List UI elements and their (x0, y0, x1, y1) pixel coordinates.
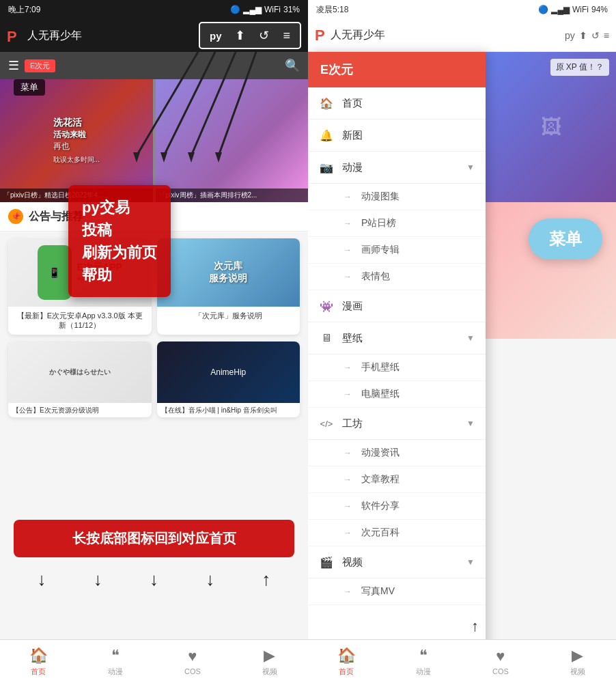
right-refresh-btn[interactable]: ↺ (591, 30, 600, 41)
service-card-label: 「次元库」服务说明 (157, 307, 300, 324)
left-battery: 31% (283, 5, 300, 14)
app-card-label: 【最新】E次元安卓App v3.3.0版 本更新（11/12） (8, 307, 152, 335)
drawer-sub-pixiv-daily-label: P站日榜 (361, 217, 396, 229)
left-bluetooth-icon: 🔵 (230, 5, 240, 14)
drawer-sub-photomv-label: 写真MV (361, 585, 395, 598)
drawer-sub-arrow-1: → (342, 191, 353, 202)
drawer-wallpaper-icon: 🖥 (319, 331, 334, 346)
drawer-sub-anime-collection[interactable]: → 动漫图集 (308, 184, 486, 210)
right-home-label: 首页 (339, 667, 354, 677)
drawer-item-anime[interactable]: 📷 动漫 ▼ (308, 152, 486, 184)
right-nav-cos[interactable]: ♥ COS (462, 643, 540, 680)
hamburger-icon[interactable]: ☰ (8, 58, 19, 73)
left-nav-actions: py ⬆ ↺ ≡ (199, 22, 301, 49)
drawer-title: E次元 (320, 63, 353, 76)
left-bottom-nav: 🏠 首页 ❝ 动漫 ♥ COS ▶ 视频 (0, 639, 308, 683)
left-content-area: ☰ E次元 🔍 洗花活 活动来啦 再也 耽误太多时间... (0, 52, 308, 639)
left-signal-icon: ▂▄▆ (243, 5, 262, 14)
menu-bubble-area: 菜单 (14, 79, 48, 96)
refresh-button[interactable]: ↺ (253, 25, 275, 46)
drawer-sub-tutorial[interactable]: → 文章教程 (308, 466, 486, 493)
drawer-sub-wiki-label: 次元百科 (361, 527, 400, 539)
drawer-sub-wiki[interactable]: → 次元百科 (308, 520, 486, 546)
drawer-sub-anime-news[interactable]: → 动漫资讯 (308, 440, 486, 466)
right-banner-text: 原 XP 值！？ (550, 59, 609, 76)
news-card-2[interactable]: AnimeHip 【在线】音乐小喵 | in&Hip 音乐剑尖叫 (157, 342, 300, 417)
left-nav-cos[interactable]: ♥ COS (154, 643, 232, 680)
right-nav-bar: P 人无再少年 py ⬆ ↺ ≡ (308, 19, 616, 52)
drawer-item-home[interactable]: 🏠 首页 (308, 87, 486, 120)
drawer-sub-arrow-7: → (342, 447, 353, 458)
drawer-video-icon: 🎬 (319, 555, 334, 570)
right-nav-home[interactable]: 🏠 首页 (308, 643, 385, 681)
cos-icon: ♥ (188, 647, 197, 665)
drawer-item-newpic[interactable]: 🔔 新图 (308, 120, 486, 152)
banner-caption-2: 「pixiv周榜」插画本周排行榜2... (156, 189, 309, 202)
news-label-1: 【公告】E次元资源分级说明 (8, 403, 152, 417)
right-cos-label: COS (492, 667, 509, 675)
drawer-sub-pixiv-daily[interactable]: → P站日榜 (308, 210, 486, 237)
right-status-bar: 凌晨5:18 🔵 ▂▄▆ WiFi 94% (308, 0, 616, 19)
right-time: 凌晨5:18 (316, 4, 348, 16)
arrow-down-4: ↓ (206, 569, 214, 590)
left-nav-manga[interactable]: ❝ 动漫 (77, 643, 154, 681)
right-wifi-icon: WiFi (572, 5, 589, 14)
left-nav-home[interactable]: 🏠 首页 (0, 643, 77, 681)
drawer-header: E次元 (308, 52, 486, 87)
drawer-sub-pc-wallpaper[interactable]: → 电脑壁纸 (308, 381, 486, 408)
right-logo-icon: P (315, 27, 325, 44)
left-nav-bar: P 人无再少年 py ⬆ ↺ ≡ (0, 19, 308, 52)
news-card-1[interactable]: かぐや様はらせたい 【公告】E次元资源分级说明 (8, 342, 152, 417)
drawer-home-icon: 🏠 (319, 96, 334, 111)
right-menu-btn[interactable]: ≡ (604, 30, 609, 41)
right-upload-btn[interactable]: ⬆ (579, 30, 587, 41)
drawer-newpic-label: 新图 (342, 129, 475, 142)
drawer-sub-photomv[interactable]: → 写真MV (308, 579, 486, 605)
left-nav-video[interactable]: ▶ 视频 (231, 643, 308, 681)
drawer-newpic-icon: 🔔 (319, 128, 334, 143)
banner-tab-badge: E次元 (25, 59, 55, 72)
upload-button[interactable]: ⬆ (229, 25, 251, 46)
right-py-btn[interactable]: py (565, 30, 575, 41)
news-img-2: AnimeHip (157, 342, 300, 403)
service-card[interactable]: 次元库 服务说明 「次元库」服务说明 (157, 238, 300, 335)
drawer-sub-arrow-8: → (342, 474, 353, 485)
drawer-sub-arrow-10: → (342, 527, 353, 538)
menu-item-upload: 投稿 (82, 219, 157, 241)
left-nav-highlight-box: py ⬆ ↺ ≡ (199, 22, 301, 49)
drawer-item-workshop[interactable]: </> 工坊 ▼ (308, 408, 486, 440)
drawer-wallpaper-label: 壁纸 (342, 332, 458, 345)
drawer-sub-software[interactable]: → 软件分享 (308, 493, 486, 520)
drawer-workshop-expand-icon: ▼ (466, 419, 475, 428)
left-status-bar: 晚上7:09 🔵 ▂▄▆ WiFi 31% (0, 0, 308, 19)
drawer-sub-arrow-9: → (342, 501, 353, 512)
drawer-item-comic[interactable]: 👾 漫画 (308, 290, 486, 322)
news-img-text-1: かぐや様はらせたい (49, 367, 111, 377)
left-logo-icon: P (7, 28, 22, 43)
drawer-sub-tutorial-label: 文章教程 (361, 473, 400, 486)
banner-image-2[interactable]: 「pixiv周榜」插画本周排行榜2... (156, 79, 309, 202)
drawer-sub-anime-news-label: 动漫资讯 (361, 447, 400, 459)
drawer-sub-arrow-2: → (342, 218, 353, 229)
drawer-panel: E次元 🏠 首页 🔔 新图 📷 动漫 ▼ → 动漫图集 (308, 52, 486, 683)
py-button[interactable]: py (204, 27, 227, 44)
drawer-sub-artist[interactable]: → 画师专辑 (308, 237, 486, 264)
menu-label-tag: 菜单 (14, 79, 45, 96)
drawer-sub-mobile-wallpaper[interactable]: → 手机壁纸 (308, 354, 486, 381)
bottom-arrows-container: ↓ ↓ ↓ ↓ ↑ (0, 569, 308, 590)
drawer-comic-icon: 👾 (319, 298, 334, 313)
drawer-sub-emoji-label: 表情包 (361, 270, 390, 283)
drawer-sub-emoji[interactable]: → 表情包 (308, 264, 486, 290)
drawer-item-video[interactable]: 🎬 视频 ▼ (308, 546, 486, 579)
right-nav-manga[interactable]: ❝ 动漫 (385, 643, 462, 681)
right-nav-video[interactable]: ▶ 视频 (539, 643, 616, 681)
drawer-anime-expand-icon: ▼ (466, 163, 475, 172)
right-menu-bubble: 菜单 (529, 219, 602, 260)
drawer-video-label: 视频 (342, 556, 458, 569)
banner-search-icon[interactable]: 🔍 (285, 58, 300, 73)
drawer-sub-arrow-5: → (342, 362, 353, 373)
right-panel: 凌晨5:18 🔵 ▂▄▆ WiFi 94% P 人无再少年 py ⬆ ↺ ≡ 🖼… (308, 0, 616, 683)
menu-button[interactable]: ≡ (277, 26, 296, 46)
drawer-item-wallpaper[interactable]: 🖥 壁纸 ▼ (308, 322, 486, 354)
banner-image-1[interactable]: 洗花活 活动来啦 再也 耽误太多时间... 「pixiv日榜」精选日榜2022年… (0, 79, 153, 202)
